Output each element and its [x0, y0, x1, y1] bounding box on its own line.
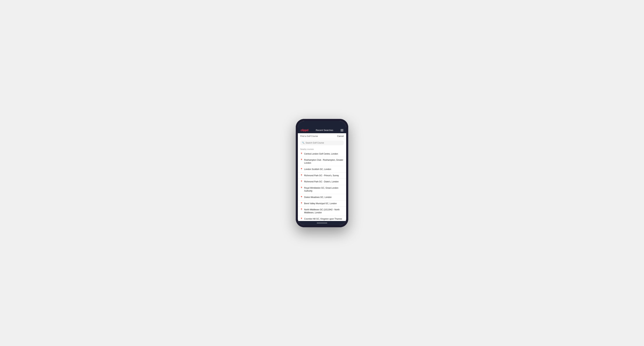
pin-icon: 📍	[300, 208, 303, 211]
nav-bar: clippd Recent Searches	[298, 127, 346, 133]
pin-icon: 📍	[300, 153, 303, 155]
list-item[interactable]: 📍 Roehampton Club - Roehampton, Greater …	[298, 157, 346, 166]
pin-icon: 📍	[300, 187, 303, 189]
pin-icon: 📍	[300, 168, 303, 170]
search-bar: 🔍	[300, 140, 344, 145]
app-logo: clippd	[301, 129, 308, 132]
list-item[interactable]: 📍 Brent Valley Municipal GC, London	[298, 200, 346, 207]
pin-icon: 📍	[300, 180, 303, 183]
nav-title: Recent Searches	[316, 129, 333, 132]
list-item[interactable]: 📍 Richmond Park GC - Duke's, London	[298, 179, 346, 185]
phone-device: clippd Recent Searches Find a Golf Cours…	[296, 119, 348, 227]
course-list: 📍 Central London Golf Centre, London 📍 R…	[298, 151, 346, 221]
list-item[interactable]: 📍 Richmond Park GC - Prince's, Surrey	[298, 173, 346, 179]
search-input[interactable]	[306, 142, 342, 144]
find-header: Find a Golf Course Cancel	[298, 133, 346, 139]
list-item[interactable]: 📍 Royal Wimbledon GC, Great London Autho…	[298, 185, 346, 194]
course-name: Richmond Park GC - Prince's, Surrey	[304, 174, 339, 177]
course-name: Royal Wimbledon GC, Great London Authori…	[304, 186, 344, 192]
nearby-section: Nearby courses 📍 Central London Golf Cen…	[298, 147, 346, 221]
pin-icon: 📍	[300, 202, 303, 204]
home-bar	[317, 223, 327, 223]
menu-icon[interactable]	[340, 129, 343, 131]
list-item[interactable]: 📍 Coombe Hill GC, Kingston upon Thames	[298, 216, 346, 221]
course-name: North Middlesex GC (1011942 - North Midd…	[304, 208, 344, 214]
list-item[interactable]: 📍 London Scottish GC, London	[298, 166, 346, 173]
phone-screen: clippd Recent Searches Find a Golf Cours…	[298, 121, 346, 225]
notch-area	[298, 121, 346, 127]
course-name: Dukes Meadows GC, London	[304, 196, 332, 199]
list-item[interactable]: 📍 Dukes Meadows GC, London	[298, 194, 346, 200]
course-name: Central London Golf Centre, London	[304, 153, 338, 156]
course-name: Roehampton Club - Roehampton, Greater Lo…	[304, 159, 344, 165]
pin-icon: 📍	[300, 174, 303, 176]
course-name: Brent Valley Municipal GC, London	[304, 202, 337, 205]
nearby-label: Nearby courses	[298, 147, 346, 151]
pin-icon: 📍	[300, 196, 303, 198]
list-item[interactable]: 📍 North Middlesex GC (1011942 - North Mi…	[298, 207, 346, 216]
home-indicator	[298, 221, 346, 225]
pin-icon: 📍	[300, 159, 303, 161]
find-label: Find a Golf Course	[300, 135, 318, 137]
content-area: Find a Golf Course Cancel 🔍 Nearby cours…	[298, 133, 346, 221]
cancel-button[interactable]: Cancel	[337, 135, 344, 137]
list-item[interactable]: 📍 Central London Golf Centre, London	[298, 151, 346, 157]
course-name: London Scottish GC, London	[304, 168, 331, 171]
search-bar-wrapper: 🔍	[298, 139, 346, 147]
pin-icon: 📍	[300, 218, 303, 220]
course-name: Coombe Hill GC, Kingston upon Thames	[304, 217, 342, 220]
search-icon: 🔍	[302, 142, 304, 144]
course-name: Richmond Park GC - Duke's, London	[304, 180, 339, 183]
